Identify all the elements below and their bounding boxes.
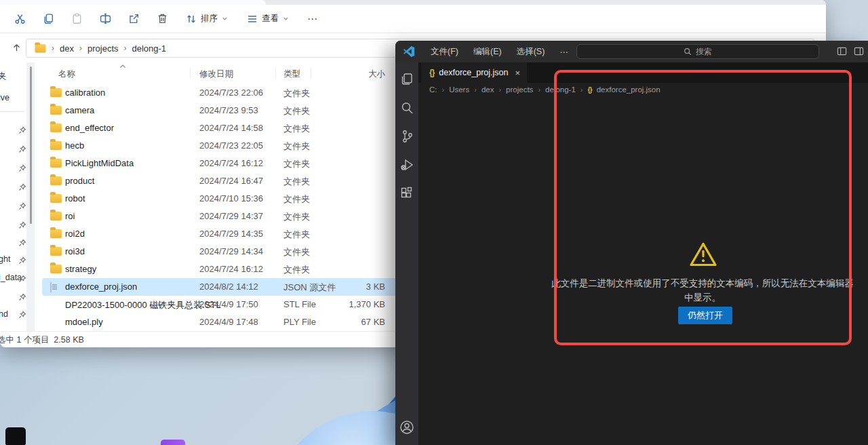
file-date: 2024/7/23 9:53 xyxy=(199,105,258,115)
taskbar-partial-icon[interactable] xyxy=(161,440,185,445)
pin-icon xyxy=(18,293,26,301)
file-type: 文件夹 xyxy=(283,140,310,153)
sort-button[interactable]: 排序 xyxy=(179,8,235,30)
folder-icon xyxy=(50,194,62,203)
chevron-right-icon: › xyxy=(538,85,540,94)
breadcrumb-item[interactable]: dex xyxy=(481,85,494,94)
selection-count: 选中 1 个项目 xyxy=(0,335,49,345)
view-button[interactable]: 查看 xyxy=(240,8,296,30)
file-date: 2024/8/2 14:12 xyxy=(199,282,258,292)
json-file-icon: {} xyxy=(429,68,434,77)
rename-button[interactable] xyxy=(94,8,117,30)
status-text: 选中 1 个项目 2.58 KB xyxy=(0,334,84,346)
tab-dexforce-proj-json[interactable]: {} dexforce_proj.json × xyxy=(421,62,527,83)
folder-icon xyxy=(35,44,45,52)
column-header-type[interactable]: 类型 xyxy=(283,69,300,80)
annotation-highlight-rectangle xyxy=(554,70,852,345)
pin-icon xyxy=(18,145,26,153)
share-button[interactable] xyxy=(122,8,145,30)
file-size: 67 KB xyxy=(317,317,385,327)
file-date: 2024/7/24 14:58 xyxy=(199,123,263,133)
column-divider xyxy=(311,68,311,79)
menu-select[interactable]: 选择(S) xyxy=(511,43,551,60)
vscode-menu-bar: 文件(F) 编辑(E) 选择(S) ⋯ xyxy=(425,43,574,60)
chevron-right-icon: › xyxy=(498,85,501,94)
json-file-icon xyxy=(50,282,52,293)
sidebar-item-fragment[interactable]: 夹 xyxy=(0,71,7,82)
pin-icon xyxy=(18,164,26,172)
breadcrumb-separator: › xyxy=(79,43,82,53)
folder-icon xyxy=(50,176,62,185)
breadcrumb-item-projects[interactable]: projects xyxy=(87,43,119,54)
explorer-tab-strip xyxy=(0,0,826,5)
desktop-partial-icon[interactable] xyxy=(5,427,26,445)
toggle-panel-icon[interactable] xyxy=(837,46,847,56)
selection-size: 2.58 KB xyxy=(54,335,83,345)
file-date: 2024/7/24 16:12 xyxy=(199,158,263,168)
pin-icon xyxy=(18,275,26,283)
folder-icon xyxy=(50,265,62,273)
breadcrumb-separator: › xyxy=(124,43,127,53)
trash-icon xyxy=(157,13,168,24)
file-date: 2024/7/10 15:36 xyxy=(199,193,263,204)
breadcrumb-item[interactable]: C: xyxy=(429,85,437,94)
column-header-date[interactable]: 修改日期 xyxy=(199,69,233,80)
file-date: 2024/4/9 17:50 xyxy=(199,299,258,309)
cut-button[interactable] xyxy=(8,8,31,30)
accounts-icon[interactable] xyxy=(395,419,418,436)
file-name: end_effector xyxy=(65,123,114,133)
breadcrumb-item[interactable]: Users xyxy=(449,85,469,94)
file-type: 文件夹 xyxy=(283,264,310,276)
file-date: 2024/4/9 17:48 xyxy=(199,317,258,327)
delete-button[interactable] xyxy=(151,8,174,30)
search-input[interactable]: 搜索 xyxy=(576,44,819,59)
sidebar-item-fragment[interactable]: ive xyxy=(0,93,9,102)
column-divider xyxy=(190,68,191,79)
sidebar-divider xyxy=(0,111,24,112)
file-name: strategy xyxy=(65,264,96,274)
source-control-icon[interactable] xyxy=(399,129,414,144)
extensions-icon[interactable] xyxy=(399,186,414,201)
file-date: 2024/7/29 14:37 xyxy=(199,211,263,221)
sidebar-item-fragment[interactable]: ght xyxy=(0,254,10,264)
sidebar-item-fragment[interactable]: nd xyxy=(0,309,8,319)
copy-button[interactable] xyxy=(37,8,60,30)
chevron-down-icon xyxy=(222,16,228,22)
chevron-right-icon: › xyxy=(442,85,445,94)
file-type: 文件夹 xyxy=(283,229,310,241)
tab-label: dexforce_proj.json xyxy=(439,68,508,77)
breadcrumb-item-dex[interactable]: dex xyxy=(60,43,74,54)
file-type: 文件夹 xyxy=(283,123,310,135)
breadcrumb-item[interactable]: projects xyxy=(506,85,533,94)
explorer-active-tab[interactable] xyxy=(0,0,266,5)
file-date: 2024/7/23 22:06 xyxy=(199,88,263,98)
breadcrumb-item-delong-1[interactable]: delong-1 xyxy=(132,43,167,54)
search-view-icon[interactable] xyxy=(399,100,414,115)
more-options-button[interactable]: ⋯ xyxy=(301,8,324,30)
file-name: mdoel.ply xyxy=(65,317,103,327)
folder-icon xyxy=(50,88,62,97)
folder-icon xyxy=(50,229,62,238)
column-header-size[interactable]: 大小 xyxy=(317,69,385,80)
layout-icon[interactable] xyxy=(854,46,864,56)
file-type: PLY File xyxy=(283,317,316,327)
menu-file[interactable]: 文件(F) xyxy=(425,43,465,60)
pin-icon xyxy=(18,221,26,229)
file-date: 2024/7/23 22:05 xyxy=(199,140,263,151)
file-name: roi3d xyxy=(65,246,85,256)
folder-icon xyxy=(50,141,62,150)
explorer-view-icon[interactable] xyxy=(399,72,414,87)
search-placeholder: 搜索 xyxy=(696,46,712,58)
paste-button[interactable] xyxy=(65,8,88,30)
run-debug-icon[interactable] xyxy=(399,157,414,172)
menu-edit[interactable]: 编辑(E) xyxy=(467,43,508,60)
search-icon xyxy=(684,47,692,56)
breadcrumb-separator: › xyxy=(52,43,54,53)
column-header-name[interactable]: 名称 xyxy=(58,69,75,80)
sidebar-scrollbar-thumb[interactable] xyxy=(30,66,32,224)
menu-more[interactable]: ⋯ xyxy=(553,44,574,60)
up-arrow-icon[interactable] xyxy=(8,39,24,56)
close-icon[interactable]: × xyxy=(515,68,521,78)
view-lines-icon xyxy=(247,14,258,24)
file-type: STL File xyxy=(283,299,316,309)
